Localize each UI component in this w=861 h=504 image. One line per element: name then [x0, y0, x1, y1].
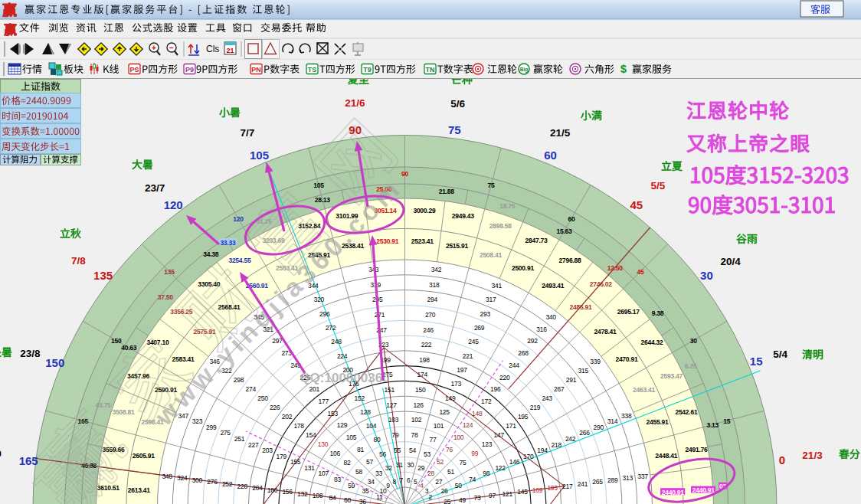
svg-text:2508.41: 2508.41 [480, 251, 502, 259]
svg-text:3254.55: 3254.55 [228, 257, 250, 264]
svg-text:105: 105 [250, 149, 269, 162]
svg-text:2796.88: 2796.88 [559, 257, 581, 264]
svg-text:265: 265 [592, 478, 603, 486]
svg-text:60: 60 [568, 215, 575, 223]
svg-text:74: 74 [469, 476, 476, 483]
svg-text:5: 5 [414, 478, 417, 486]
svg-text:77: 77 [430, 436, 437, 443]
svg-text:97: 97 [489, 492, 496, 499]
svg-text:15: 15 [750, 355, 763, 368]
svg-text:34.38: 34.38 [203, 250, 219, 258]
svg-text:289: 289 [607, 476, 618, 484]
svg-text:30: 30 [690, 337, 697, 345]
svg-text:2515.91: 2515.91 [446, 242, 468, 250]
svg-text:50: 50 [455, 482, 462, 489]
svg-text:6.25: 6.25 [685, 362, 697, 370]
svg-text:21.88: 21.88 [439, 188, 455, 195]
svg-text:45: 45 [630, 198, 643, 211]
svg-text:293: 293 [480, 310, 490, 318]
svg-text:228: 228 [237, 483, 247, 490]
svg-text:7/7: 7/7 [241, 127, 255, 139]
svg-text:21/5: 21/5 [550, 127, 571, 139]
svg-text:Big: Big [520, 67, 529, 73]
svg-text:246: 246 [423, 326, 434, 334]
svg-text:+: + [152, 44, 156, 52]
svg-text:153: 153 [328, 410, 339, 417]
svg-text:0: 0 [779, 453, 785, 466]
svg-text:241: 241 [578, 480, 588, 488]
svg-text:2440.91: 2440.91 [692, 486, 715, 494]
svg-text:27: 27 [435, 478, 442, 486]
svg-text:5/6: 5/6 [450, 98, 465, 110]
svg-text:178: 178 [293, 422, 304, 430]
svg-text:P9: P9 [185, 66, 194, 74]
svg-text:126: 126 [413, 401, 424, 409]
svg-text:52: 52 [437, 458, 444, 466]
svg-text:21: 21 [226, 47, 234, 54]
svg-text:294: 294 [427, 296, 437, 303]
svg-text:120: 120 [233, 215, 244, 223]
svg-text:177: 177 [319, 398, 329, 405]
svg-text:5/4: 5/4 [773, 349, 787, 360]
svg-text:31: 31 [396, 461, 403, 469]
svg-text:174: 174 [417, 371, 428, 378]
svg-text:8: 8 [393, 478, 397, 486]
svg-text:9.38: 9.38 [652, 309, 664, 317]
svg-text:323: 323 [192, 417, 203, 425]
svg-text:315: 315 [578, 367, 588, 375]
svg-text:43.75: 43.75 [96, 401, 112, 409]
svg-text:243: 243 [542, 394, 552, 402]
svg-text:2613.41: 2613.41 [128, 486, 150, 494]
svg-text:251: 251 [234, 435, 245, 443]
svg-text:29: 29 [417, 464, 424, 472]
svg-text:203: 203 [262, 447, 273, 454]
svg-text:2440.91: 2440.91 [662, 489, 684, 496]
svg-text:342: 342 [431, 266, 442, 273]
svg-text:122: 122 [495, 464, 506, 472]
svg-text:145: 145 [517, 488, 528, 496]
svg-text:2500.91: 2500.91 [512, 264, 534, 272]
svg-text:104: 104 [366, 422, 377, 430]
svg-text:218: 218 [552, 441, 562, 449]
svg-text:227: 227 [248, 441, 259, 449]
svg-text:2695.17: 2695.17 [617, 308, 640, 316]
svg-text:267: 267 [554, 385, 565, 393]
svg-text:146: 146 [509, 458, 520, 466]
svg-text:21/6: 21/6 [345, 97, 365, 109]
svg-text:2478.41: 2478.41 [594, 328, 617, 335]
svg-text:6: 6 [407, 476, 411, 484]
svg-text:12.50: 12.50 [607, 264, 624, 272]
svg-text:179: 179 [277, 453, 287, 460]
svg-text:2949.43: 2949.43 [452, 212, 474, 220]
svg-text:220: 220 [499, 374, 510, 381]
svg-text:51: 51 [447, 468, 454, 476]
svg-text:2605.91: 2605.91 [133, 452, 155, 460]
svg-text:275: 275 [220, 429, 231, 437]
svg-text:80: 80 [374, 436, 381, 443]
svg-text:PS: PS [129, 66, 139, 74]
svg-text:150: 150 [415, 386, 426, 394]
svg-text:132: 132 [297, 490, 308, 498]
svg-text:324: 324 [177, 474, 188, 482]
svg-text:3508.81: 3508.81 [113, 408, 135, 416]
svg-text:54: 54 [409, 447, 416, 454]
svg-text:82: 82 [343, 459, 350, 466]
svg-text:37.50: 37.50 [158, 293, 174, 301]
svg-text:202: 202 [282, 413, 293, 421]
svg-text:248: 248 [331, 338, 342, 345]
svg-text:45: 45 [637, 268, 644, 276]
svg-text:81: 81 [357, 446, 364, 453]
svg-text:2491.76: 2491.76 [686, 446, 708, 453]
svg-text:155: 155 [290, 458, 301, 466]
svg-text:169: 169 [532, 486, 543, 494]
svg-text:341: 341 [492, 282, 503, 290]
svg-text:15: 15 [723, 417, 730, 425]
svg-text:299: 299 [206, 424, 217, 431]
svg-text:3.13: 3.13 [707, 421, 719, 429]
svg-text:90: 90 [401, 170, 408, 178]
svg-text:59: 59 [348, 482, 355, 489]
svg-text:269: 269 [474, 324, 485, 332]
svg-text:270: 270 [425, 311, 436, 319]
svg-text:292: 292 [527, 337, 538, 345]
svg-text:291: 291 [566, 376, 577, 384]
